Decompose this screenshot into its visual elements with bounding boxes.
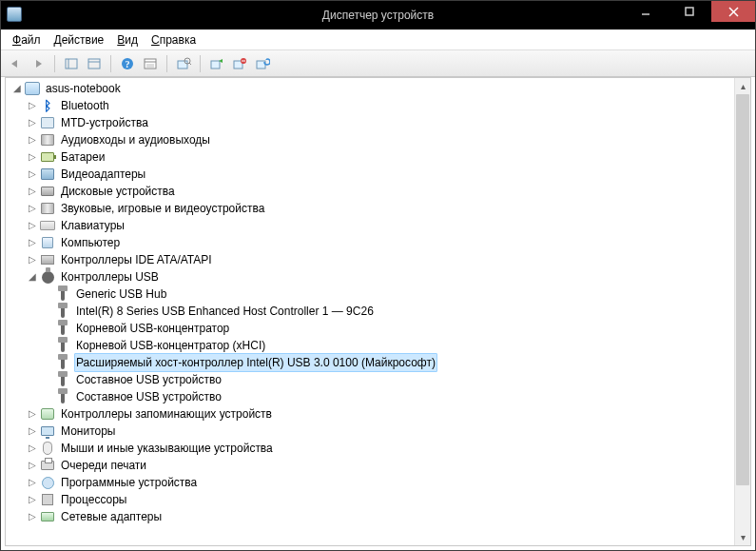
svg-rect-14 (178, 61, 187, 69)
properties-button[interactable] (140, 53, 161, 74)
tree-item-ide[interactable]: ▷ Контроллеры IDE ATA/ATAPI (8, 251, 734, 268)
tree-item-software[interactable]: ▷ Программные устройства (8, 474, 734, 491)
expand-icon[interactable]: ▷ (27, 117, 38, 128)
tree-root-label: asus-notebook (44, 80, 123, 97)
tree-item-cpu[interactable]: ▷ Процессоры (8, 491, 734, 508)
tree-item-keyboard[interactable]: ▷ Клавиатуры (8, 217, 734, 234)
keyboard-icon (40, 218, 55, 233)
nav-back-button[interactable] (5, 53, 26, 74)
menu-file[interactable]: Файл (7, 31, 47, 49)
collapse-icon[interactable]: ◢ (11, 83, 23, 94)
uninstall-device-button[interactable] (252, 53, 273, 74)
tree-item-audio[interactable]: ▷ Аудиовходы и аудиовыходы (8, 131, 734, 148)
tree-item-usb-composite2[interactable]: Составное USB устройство (8, 388, 734, 405)
tree-root[interactable]: ◢ asus-notebook (8, 80, 734, 97)
tree-item-usb-hub[interactable]: Generic USB Hub (8, 285, 734, 303)
tree-item-usb[interactable]: ◢ Контроллеры USB (8, 268, 734, 285)
device-tree[interactable]: ◢ asus-notebook ▷ ᛒ Bluetooth ▷ MTD-устр… (6, 78, 734, 545)
expand-icon[interactable]: ▷ (27, 443, 38, 454)
scroll-thumb[interactable] (736, 94, 749, 485)
toolbar-separator (166, 55, 167, 72)
svg-text:?: ? (126, 59, 130, 69)
software-device-icon (40, 475, 55, 490)
expand-icon[interactable]: ▷ (27, 186, 38, 197)
usb-controller-icon (40, 269, 55, 285)
window-controls (624, 1, 755, 22)
tree-item-usb-roothub-xhci[interactable]: Корневой USB-концентратор (xHCI) (8, 337, 734, 354)
svg-line-16 (189, 63, 191, 65)
mouse-icon (40, 441, 55, 456)
tree-item-mtd[interactable]: ▷ MTD-устройства (8, 114, 734, 131)
tree-item-usb-roothub[interactable]: Корневой USB-концентратор (8, 320, 734, 337)
tree-item-monitor[interactable]: ▷ Мониторы (8, 423, 734, 440)
expand-icon[interactable]: ▷ (27, 134, 38, 146)
expand-icon[interactable]: ▷ (27, 460, 38, 471)
view-list-button[interactable] (84, 53, 105, 74)
maximize-button[interactable] (668, 1, 711, 22)
scroll-up-button[interactable]: ▴ (735, 78, 750, 94)
tree-item-battery[interactable]: ▷ Батареи (8, 148, 734, 166)
menu-view[interactable]: Вид (111, 31, 144, 49)
usb-device-icon (55, 389, 70, 404)
tree-item-disk[interactable]: ▷ Дисковые устройства (8, 183, 734, 200)
expand-icon[interactable]: ▷ (27, 477, 38, 488)
svg-rect-6 (88, 59, 100, 69)
disk-icon (40, 184, 55, 199)
ide-icon (40, 252, 55, 267)
expand-icon[interactable]: ▷ (27, 237, 38, 248)
battery-icon (40, 149, 55, 165)
expand-icon[interactable]: ▷ (27, 408, 38, 420)
tree-item-storage[interactable]: ▷ Контроллеры запоминающих устройств (8, 405, 734, 423)
svg-rect-17 (211, 61, 220, 69)
expand-icon[interactable]: ▷ (27, 151, 38, 163)
titlebar: Диспетчер устройств (1, 1, 755, 30)
close-button[interactable] (711, 1, 755, 22)
usb-device-icon (55, 321, 70, 336)
menu-action[interactable]: Действие (48, 31, 110, 49)
expand-icon[interactable]: ▷ (27, 494, 38, 505)
printer-icon (40, 458, 55, 473)
toolbar-separator (54, 55, 55, 72)
collapse-icon[interactable]: ◢ (27, 271, 38, 283)
tree-item-bluetooth[interactable]: ▷ ᛒ Bluetooth (8, 97, 734, 114)
expand-icon[interactable]: ▷ (27, 254, 38, 266)
usb-device-icon (55, 304, 70, 319)
computer-category-icon (40, 235, 55, 250)
tree-item-usb-intel8[interactable]: Intel(R) 8 Series USB Enhanced Host Cont… (8, 303, 734, 320)
computer-icon (25, 81, 40, 96)
tree-item-usb-composite1[interactable]: Составное USB устройство (8, 371, 734, 388)
enable-device-button[interactable] (206, 53, 227, 74)
minimize-button[interactable] (624, 1, 668, 22)
disable-device-button[interactable] (229, 53, 250, 74)
view-tree-button[interactable] (61, 53, 82, 74)
tree-item-mouse[interactable]: ▷ Мыши и иные указывающие устройства (8, 440, 734, 457)
tree-item-video[interactable]: ▷ Видеоадаптеры (8, 166, 734, 183)
expand-icon[interactable]: ▷ (27, 425, 38, 437)
vertical-scrollbar[interactable]: ▴ ▾ (734, 78, 750, 545)
expand-icon[interactable]: ▷ (27, 203, 38, 214)
mtd-icon (40, 115, 55, 130)
tree-item-usb-xhci-intel[interactable]: Расширяемый хост-контроллер Intel(R) USB… (8, 354, 734, 371)
usb-device-icon (55, 286, 70, 302)
scan-hardware-button[interactable] (173, 53, 194, 74)
display-adapter-icon (40, 167, 55, 182)
expand-icon[interactable]: ▷ (27, 100, 38, 111)
nav-forward-button[interactable] (28, 53, 48, 74)
usb-device-icon (55, 355, 70, 370)
sound-icon (40, 201, 55, 216)
toolbar-separator (110, 55, 111, 72)
expand-icon[interactable]: ▷ (27, 168, 38, 180)
expand-icon[interactable]: ▷ (27, 220, 38, 231)
menu-help[interactable]: Справка (145, 31, 202, 49)
tree-item-sound[interactable]: ▷ Звуковые, игровые и видеоустройства (8, 200, 734, 217)
monitor-icon (40, 423, 55, 439)
main-panel: ◢ asus-notebook ▷ ᛒ Bluetooth ▷ MTD-устр… (5, 77, 751, 546)
expand-icon[interactable]: ▷ (27, 511, 38, 522)
help-button[interactable]: ? (117, 53, 138, 74)
tree-item-print[interactable]: ▷ Очереди печати (8, 457, 734, 474)
tree-item-net[interactable]: ▷ Сетевые адаптеры (8, 508, 734, 525)
bluetooth-icon: ᛒ (40, 98, 55, 113)
scroll-track[interactable] (735, 94, 750, 529)
tree-item-computer[interactable]: ▷ Компьютер (8, 234, 734, 251)
scroll-down-button[interactable]: ▾ (735, 529, 750, 545)
